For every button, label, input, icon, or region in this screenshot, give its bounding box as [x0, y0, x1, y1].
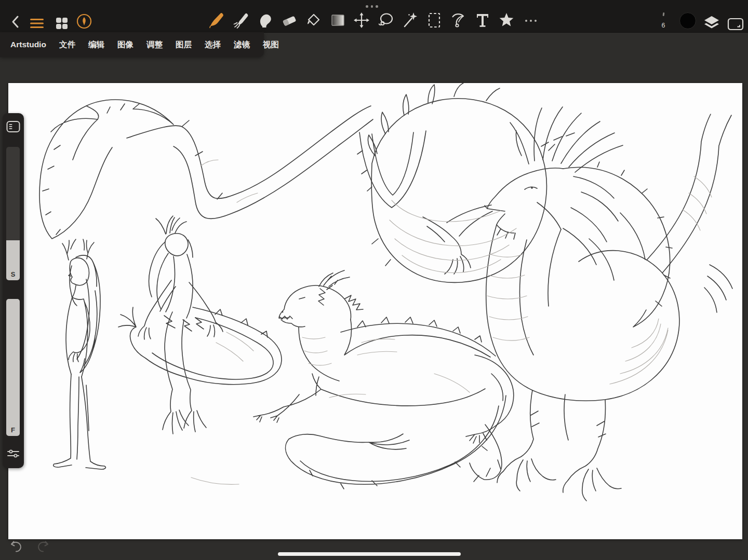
- fill-bucket-tool[interactable]: [305, 11, 322, 30]
- wet-brush-icon: [233, 11, 249, 29]
- back-button[interactable]: [7, 12, 24, 31]
- pen-curve-tool[interactable]: [450, 11, 466, 30]
- marquee-rect-icon: [426, 11, 442, 29]
- canvas-artwork: [8, 83, 742, 539]
- flow-slider-label: F: [6, 426, 20, 434]
- lasso-icon: [378, 11, 394, 29]
- move-tool[interactable]: [353, 11, 370, 30]
- paint-brush-tool[interactable]: [208, 11, 225, 30]
- menu-item-edit[interactable]: 编辑: [88, 39, 104, 50]
- lasso-tool[interactable]: [378, 11, 394, 30]
- menu-item-adjust[interactable]: 调整: [146, 39, 163, 50]
- back-chevron-icon: [10, 15, 21, 29]
- eraser-icon: [282, 11, 297, 29]
- ellipsis-icon: [524, 11, 538, 29]
- gradient-tool[interactable]: [329, 11, 346, 30]
- hamburger-menu-icon: [30, 17, 44, 30]
- flow-slider-fill: [6, 299, 20, 436]
- canvas-frame-button[interactable]: [727, 15, 744, 33]
- gallery-grid-icon: [56, 17, 68, 30]
- redo-button[interactable]: [37, 540, 50, 553]
- gradient-icon: [330, 11, 345, 29]
- stylus-pressure-icon: [76, 13, 92, 30]
- more-tools-button[interactable]: [523, 11, 539, 30]
- stylus-pressure-button[interactable]: [76, 12, 92, 31]
- quick-settings-button[interactable]: [7, 448, 20, 459]
- brush-size-value: 6: [659, 22, 668, 29]
- layers-button[interactable]: [703, 13, 720, 32]
- smudge-icon: [257, 11, 273, 29]
- quick-settings-icon: [7, 448, 20, 459]
- menu-item-select[interactable]: 选择: [205, 39, 221, 50]
- menu-item-artstudio[interactable]: Artstudio: [10, 40, 46, 49]
- menu-item-view[interactable]: 视图: [263, 39, 279, 50]
- size-slider[interactable]: S: [6, 147, 20, 280]
- layers-icon: [703, 16, 720, 30]
- wet-brush-tool[interactable]: [233, 11, 249, 30]
- fill-bucket-icon: [305, 11, 321, 29]
- home-indicator-bar[interactable]: [278, 552, 461, 556]
- menu-item-layer[interactable]: 图层: [176, 39, 192, 50]
- pen-curve-icon: [450, 11, 466, 29]
- grab-handle-dots-icon[interactable]: [366, 5, 378, 8]
- flow-slider[interactable]: F: [6, 299, 20, 436]
- move-arrows-icon: [353, 11, 370, 29]
- top-toolbar: 6: [0, 0, 748, 33]
- gallery-button[interactable]: [54, 14, 70, 33]
- menu-item-image[interactable]: 图像: [117, 39, 133, 50]
- canvas-frame-icon: [727, 18, 744, 31]
- brush-size-hud[interactable]: 6: [659, 12, 668, 29]
- tool-row: [208, 11, 539, 30]
- color-swatch[interactable]: [679, 12, 696, 29]
- smudge-tool[interactable]: [257, 11, 273, 30]
- menu-bar: Artstudio 文件 编辑 图像 调整 图层 选择 滤镜 视图: [0, 32, 264, 57]
- paint-brush-icon: [209, 11, 224, 29]
- size-slider-label: S: [6, 270, 20, 278]
- slider-sidebar: S F: [3, 113, 24, 468]
- magic-wand-icon: [402, 11, 418, 29]
- text-tool[interactable]: [474, 11, 491, 30]
- redo-arrow-icon: [37, 547, 50, 555]
- size-tick-icon: [662, 12, 664, 16]
- menu-item-filter[interactable]: 滤镜: [234, 39, 250, 50]
- undo-button[interactable]: [9, 540, 22, 553]
- reference-panel-icon: [6, 120, 20, 133]
- magic-wand-tool[interactable]: [402, 11, 418, 30]
- marquee-select-tool[interactable]: [426, 11, 443, 30]
- main-menu-button[interactable]: [29, 14, 45, 33]
- reference-panel-button[interactable]: [6, 120, 20, 133]
- star-icon: [498, 11, 515, 29]
- menu-item-file[interactable]: 文件: [59, 39, 75, 50]
- text-T-icon: [475, 11, 490, 29]
- eraser-tool[interactable]: [281, 11, 298, 30]
- undo-arrow-icon: [9, 547, 22, 555]
- shapes-star-tool[interactable]: [498, 11, 515, 30]
- drawing-canvas[interactable]: [8, 83, 742, 539]
